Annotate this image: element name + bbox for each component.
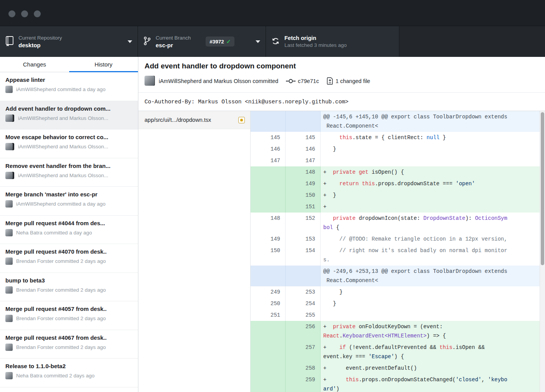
commit-item-title: Merge branch 'master' into esc-pr [5,191,134,198]
diff-code-text [321,309,540,321]
diff-added-line: 150+ } [251,189,540,201]
commit-list-item[interactable]: Merge pull request #4044 from des...Neha… [0,216,138,244]
avatar [5,143,15,150]
diff-code-text: + event.preventDefault() [321,362,540,374]
new-line-number: 153 [286,233,321,245]
commit-item-title: Merge pull request #4067 from desk.. [5,334,134,341]
commit-list-item[interactable]: Merge pull request #4054 from desk... [0,387,138,392]
old-line-number [251,321,286,342]
diff-code-text: } [321,143,540,155]
avatar [5,115,15,122]
commit-list-item[interactable]: Appease linteriAmWillShepherd committed … [0,72,138,101]
avatar-image [5,257,13,265]
commit-list-item[interactable]: Move escape behavior to correct co...iAm… [0,130,138,158]
new-line-number [286,111,321,132]
diff-added-line: 258+ event.preventDefault() [251,362,540,374]
commit-header: Add event handler to dropdown component … [138,57,545,92]
old-line-number [251,266,286,286]
new-line-number: 259 [286,374,321,392]
modified-file-icon [238,117,245,123]
commit-item-meta-row: Brendan Forster committed 2 days ago [5,257,134,265]
minimize-window-button[interactable] [21,10,28,17]
commit-item-meta: iAmWillShepherd committed a day ago [16,201,106,207]
diff-scrollbar[interactable] [540,111,545,392]
new-line-number: 146 [286,143,321,155]
commit-list-item[interactable]: Merge pull request #4067 from desk..Bren… [0,330,138,359]
old-line-number [251,342,286,362]
diff-view: @@ -145,6 +145,10 @@ export class Toolba… [251,111,540,392]
commit-list-item[interactable]: Add event handler to dropdown com...iAmW… [0,101,138,130]
commit-item-meta-row: Brendan Forster committed 2 days ago [5,286,134,294]
maximize-window-button[interactable] [34,10,41,17]
commit-item-title: bump to beta3 [5,277,134,284]
avatar [5,172,15,179]
diff-context-line: 251255 [251,309,540,321]
old-line-number: 149 [251,233,286,245]
toolbar: Current Repository desktop Current Branc… [0,26,545,57]
new-line-number [286,266,321,286]
commit-item-meta-row: Brendan Forster committed 2 days ago [5,315,134,322]
file-item[interactable]: app/src/ui/t.../dropdown.tsx [138,111,250,129]
commit-list-item[interactable]: Remove event handler from the bran...iAm… [0,158,138,187]
toolbar-empty-area [399,26,545,57]
avatar [5,229,13,236]
avatar [5,86,13,93]
pr-number: #3972 [209,39,224,45]
avatar-image [5,172,13,179]
old-line-number: 251 [251,309,286,321]
tab-changes[interactable]: Changes [0,57,69,72]
diff-added-line: 257+ if (!event.defaultPrevented && this… [251,342,540,362]
close-window-button[interactable] [8,10,15,17]
git-branch-icon [143,36,151,47]
commit-item-meta: Brendan Forster committed 2 days ago [16,287,106,293]
diff-context-line: 150154 // right now it's scaled badly on… [251,245,540,266]
commit-list-item[interactable]: Merge branch 'master' into esc-priAmWill… [0,187,138,216]
commit-item-meta: iAmWillShepherd and Markus Olsson... [18,144,108,149]
avatar [5,372,13,379]
commit-item-title: Merge pull request #4044 from des... [5,220,134,226]
avatar-image [5,344,13,351]
old-line-number [251,189,286,201]
sync-icon [271,37,280,47]
diff-code-text: @@ -145,6 +145,10 @@ export class Toolba… [321,111,540,132]
sidebar-tabs: Changes History [0,57,138,72]
fetch-title: Fetch origin [284,35,347,41]
avatar-image [5,229,13,236]
old-line-number: 250 [251,298,286,309]
changed-files-count: 1 changed file [336,78,370,84]
commit-item-meta: iAmWillShepherd committed a day ago [16,86,106,92]
diff-added-line: 151+ [251,201,540,213]
diff-code-text: // @TODO: Remake triangle octicon in a 1… [321,233,540,245]
commit-list-item[interactable]: Release to 1.1.0-beta2Neha Batra committ… [0,359,138,387]
commit-sha: c79e71c [298,78,319,84]
avatar-image [5,115,13,122]
app-window: Current Repository desktop Current Branc… [0,0,545,392]
commit-list-item[interactable]: Merge pull request #4070 from desk..Bren… [0,244,138,273]
old-line-number: 147 [251,155,286,166]
commit-item-meta-row: iAmWillShepherd committed a day ago [5,200,134,208]
commit-list-item[interactable]: bump to beta3Brendan Forster committed 2… [0,273,138,302]
commit-item-title: Add event handler to dropdown com... [5,105,134,112]
commit-title: Add event handler to dropdown component [145,62,539,70]
commit-item-meta-row: Neha Batra committed a day ago [5,229,134,236]
diff-context-line: 149153 // @TODO: Remake triangle octicon… [251,233,540,245]
avatar-image [5,86,13,93]
fetch-origin-button[interactable]: Fetch origin Last fetched 3 minutes ago [266,26,399,57]
new-line-number: 152 [286,213,321,233]
current-branch-button[interactable]: Current Branch esc-pr #3972 ✓ [138,26,266,57]
current-repository-button[interactable]: Current Repository desktop [0,26,138,57]
commit-item-meta-row: iAmWillShepherd and Markus Olsson... [5,115,134,122]
scrollbar-thumb[interactable] [541,112,544,265]
diff-code-text: } [321,286,540,298]
file-diff-icon [327,77,333,85]
old-line-number: 146 [251,143,286,155]
tab-history[interactable]: History [69,57,138,72]
diff-code-text: // right now it's scaled badly on normal… [321,245,540,266]
commit-item-meta: Brendan Forster committed 2 days ago [16,258,106,264]
new-line-number: 149 [286,178,321,189]
diff-context-line: 250254 } [251,298,540,309]
commit-item-title: Merge pull request #4070 from desk.. [5,248,134,255]
commit-list-item[interactable]: Merge pull request #4057 from desk..Bren… [0,301,138,330]
old-line-number: 145 [251,132,286,143]
avatar-image [5,143,13,150]
